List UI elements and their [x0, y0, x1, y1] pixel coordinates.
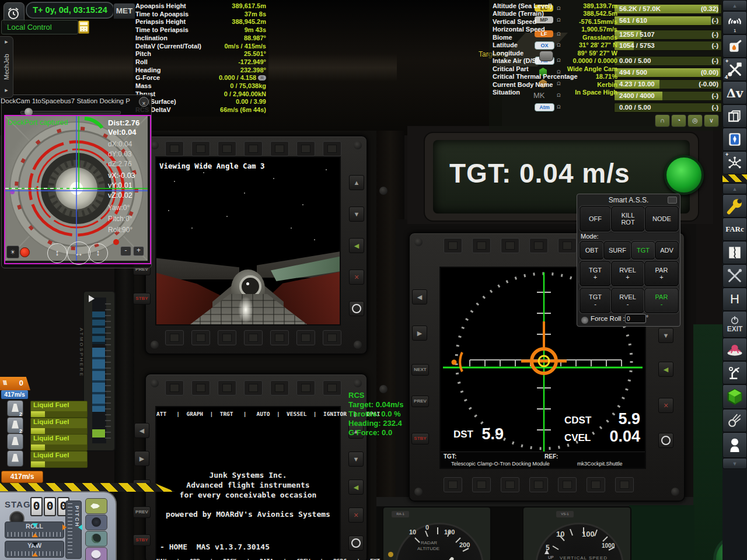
- toolbar-fairing-button[interactable]: [722, 241, 747, 264]
- close-button[interactable]: ×: [658, 398, 673, 413]
- bezel-button[interactable]: [165, 330, 184, 345]
- bezel-button[interactable]: [244, 380, 263, 396]
- resource-bar[interactable]: 0.00 / 5.00(-): [614, 103, 722, 113]
- toolbar-kraken-button[interactable]: [722, 338, 747, 361]
- smartass-rvel-plus-button[interactable]: RVEL+: [611, 261, 644, 286]
- bezel-button[interactable]: [529, 477, 548, 492]
- engine-stage-icon[interactable]: [7, 450, 23, 467]
- bezel-button[interactable]: [296, 380, 315, 396]
- bezel-button[interactable]: [191, 330, 210, 345]
- bezel-button[interactable]: [296, 330, 315, 345]
- smartass-off-button[interactable]: OFF: [580, 206, 611, 232]
- bezel-button[interactable]: [444, 238, 462, 253]
- back-button[interactable]: ◀: [349, 238, 364, 253]
- resource-footer-eye-icon[interactable]: ◎: [687, 114, 703, 127]
- toolbar-cube-button[interactable]: [722, 384, 747, 409]
- bezel-button[interactable]: [218, 330, 236, 345]
- resource-bar[interactable]: 4.23 / 10.00(-0.00): [614, 79, 722, 89]
- toolbar-deltav-button[interactable]: Δv: [722, 81, 747, 104]
- close-button[interactable]: ×: [349, 270, 364, 285]
- toolbar-comet-button[interactable]: [722, 409, 747, 432]
- toolbar-hangar-button[interactable]: H: [722, 288, 747, 311]
- pitch-trim-gauge[interactable]: PITCH: [65, 501, 82, 559]
- bezel-button[interactable]: [191, 141, 210, 156]
- smartass-par-plus-button[interactable]: PAR+: [644, 261, 679, 286]
- smartass-mode-obt[interactable]: OBT: [580, 241, 604, 260]
- bezel-button[interactable]: [218, 141, 236, 156]
- camera-rotate-dial[interactable]: ↕: [88, 243, 108, 263]
- zoom-in-button[interactable]: +: [133, 246, 144, 256]
- bezel-button[interactable]: [587, 477, 605, 492]
- bezel-button[interactable]: [444, 477, 462, 492]
- smartass-mode-surf[interactable]: SURF: [603, 241, 631, 260]
- resource-footer-clock-icon[interactable]: ◔: [671, 114, 686, 127]
- resource-footer-alarm-icon[interactable]: ∩: [655, 114, 670, 127]
- record-button[interactable]: [348, 536, 364, 551]
- bezel-button[interactable]: [244, 330, 263, 345]
- back-button[interactable]: ◀: [658, 362, 673, 377]
- smartass-kill-rot-button[interactable]: KILLROT: [611, 206, 645, 232]
- toolbar-scroll-up-2[interactable]: ▲: [722, 183, 747, 194]
- smartass-mode-adv[interactable]: ADV: [655, 241, 679, 260]
- mas-home-label[interactable]: - HOME: [160, 542, 187, 551]
- bezel-button[interactable]: [323, 330, 341, 345]
- mechjeb-tab[interactable]: ▶ MechJeb ▶: [0, 36, 13, 98]
- toolbar-scroll-up[interactable]: ▲: [722, 0, 747, 11]
- prev-button[interactable]: PREV: [411, 396, 429, 407]
- bezel-button[interactable]: [165, 380, 184, 396]
- yaw-trim-gauge[interactable]: YAW: [5, 541, 64, 558]
- bezel-button[interactable]: [558, 238, 577, 253]
- stby-button[interactable]: STBY: [133, 293, 151, 304]
- zoom-slider[interactable]: [20, 111, 121, 114]
- stby-button[interactable]: STBY: [133, 534, 151, 546]
- mas-bottom-menu[interactable]: NAV | ORB | DOCK | DATA | CREW | RSRC | …: [156, 558, 340, 560]
- met-button[interactable]: MET: [113, 3, 135, 19]
- toolbar-tools-button[interactable]: [722, 264, 747, 288]
- right-button[interactable]: ▶: [134, 451, 149, 466]
- bezel-button[interactable]: [270, 380, 289, 396]
- roll-trim-gauge[interactable]: ROLL: [5, 522, 64, 538]
- zoom-out-button[interactable]: -: [120, 246, 131, 256]
- left-button[interactable]: ◀: [412, 289, 427, 304]
- close-button[interactable]: ×: [348, 508, 364, 523]
- engine-stage-icon[interactable]: 2: [7, 400, 23, 416]
- resource-bar[interactable]: 561 / 610(-): [614, 16, 722, 26]
- record-button[interactable]: [349, 301, 364, 316]
- resource-bar[interactable]: 56.2K / 57.0K(0.32): [614, 4, 722, 14]
- resource-bar[interactable]: 1255 / 5107(-): [614, 30, 722, 40]
- close-button[interactable]: ×: [139, 97, 149, 107]
- smartass-mode-tgt[interactable]: TGT: [631, 241, 655, 260]
- bezel-button[interactable]: [191, 380, 210, 396]
- toolbar-kspedia-button[interactable]: [722, 128, 747, 151]
- mode-staging-button[interactable]: [85, 498, 107, 514]
- bezel-button[interactable]: [501, 238, 519, 253]
- toolbar-robot-arm-button[interactable]: [722, 361, 747, 384]
- toolbar-wrench-button[interactable]: [722, 194, 747, 218]
- force-roll-checkbox[interactable]: [581, 316, 589, 324]
- camera-pan-dial[interactable]: ↔: [67, 242, 90, 265]
- bezel-button[interactable]: [558, 477, 577, 492]
- smartass-tgt-plus-button[interactable]: TGT+: [580, 261, 611, 286]
- toolbar-science-button[interactable]: +: [722, 151, 747, 174]
- bezel-button[interactable]: [323, 380, 341, 396]
- resource-bar[interactable]: 1054 / 5753(-): [614, 41, 722, 51]
- calculator-button[interactable]: [78, 20, 89, 34]
- bezel-button[interactable]: [270, 330, 289, 345]
- window-drag-handle[interactable]: [539, 51, 553, 61]
- alarm-bell-icon[interactable]: Ω: [557, 104, 561, 110]
- toolbar-antenna-button[interactable]: 1: [722, 11, 747, 34]
- toolbar-farc-button[interactable]: FARc: [722, 218, 747, 241]
- smartass-node-button[interactable]: NODE: [645, 206, 679, 232]
- down-button[interactable]: ▼: [349, 206, 364, 222]
- back-button[interactable]: ◀: [348, 480, 364, 495]
- up-button[interactable]: ▲: [349, 175, 364, 190]
- resource-bar[interactable]: 2400 / 4000(-): [614, 91, 722, 101]
- bezel-button[interactable]: [472, 477, 491, 492]
- toolbar-fuel-button[interactable]: [722, 34, 747, 58]
- bezel-button[interactable]: [296, 141, 315, 156]
- toolbar-exit-button[interactable]: EXIT: [722, 311, 747, 338]
- left-button[interactable]: ◀: [134, 423, 149, 438]
- toolbar-scroll-down[interactable]: ▼: [722, 458, 747, 469]
- mode-docking-button[interactable]: [85, 514, 107, 530]
- bezel-button[interactable]: [501, 477, 519, 492]
